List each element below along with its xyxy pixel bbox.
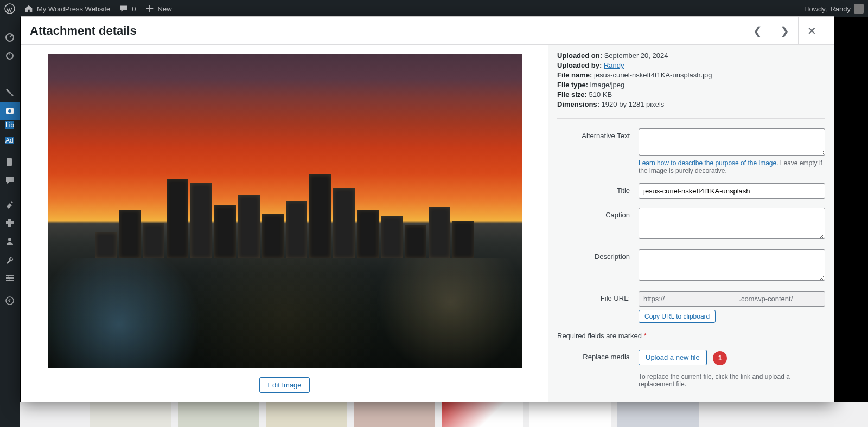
sidebar-item-tools[interactable] (0, 250, 20, 269)
dimensions-row: Dimensions: 1920 by 1281 pixels (557, 100, 825, 108)
howdy-prefix: Howdy, (804, 5, 827, 13)
svg-point-12 (9, 280, 10, 281)
alt-text-label: Alternative Text (557, 128, 639, 140)
replace-media-label: Replace media (557, 350, 639, 361)
sidebar-sub-add[interactable]: Ad (5, 137, 14, 144)
admin-bar: My WordPress Website 0 New Howdy, Randy (0, 0, 868, 17)
attachment-details-modal: Attachment details ❮ ❯ ✕ (21, 16, 834, 402)
annotation-badge: 1 (713, 351, 727, 365)
close-modal-button[interactable]: ✕ (798, 17, 825, 44)
alt-text-input[interactable] (639, 128, 825, 156)
svg-point-11 (11, 277, 12, 279)
media-thumb (617, 402, 699, 427)
svg-point-4 (8, 109, 11, 113)
svg-rect-5 (7, 158, 12, 166)
sidebar-item-media[interactable] (0, 102, 20, 120)
media-preview-pane: Edit Image (21, 45, 548, 402)
media-thumb (266, 402, 347, 427)
svg-point-13 (6, 297, 14, 305)
sidebar-item-posts[interactable] (0, 83, 20, 102)
uploaded-by-row: Uploaded by: Randy (557, 61, 825, 69)
new-label: New (158, 5, 172, 13)
description-input[interactable] (639, 249, 825, 281)
new-content-link[interactable]: New (145, 4, 172, 14)
sidebar-item-users[interactable] (0, 232, 20, 250)
user-name: Randy (830, 5, 851, 13)
chevron-right-icon: ❯ (780, 24, 789, 37)
fileurl-label: File URL: (557, 291, 639, 302)
title-label: Title (557, 183, 639, 195)
title-input[interactable] (639, 183, 825, 199)
svg-rect-7 (6, 275, 14, 276)
alt-text-help: Learn how to describe the purpose of the… (639, 159, 825, 174)
sidebar-item-settings[interactable] (0, 269, 20, 287)
media-thumb (442, 402, 523, 427)
site-name-link[interactable]: My WordPress Website (24, 4, 110, 14)
admin-sidebar: Lib Ad (0, 17, 20, 427)
fileurl-input[interactable] (639, 291, 825, 307)
sidebar-item-appearance[interactable] (0, 195, 20, 214)
sidebar-item-updates[interactable] (0, 47, 20, 65)
upload-new-file-button[interactable]: Upload a new file (639, 350, 707, 365)
attachment-details-sidebar: Uploaded on: September 20, 2024 Uploaded… (548, 45, 834, 402)
attachment-image-preview (48, 54, 522, 368)
svg-point-10 (8, 275, 9, 277)
sidebar-sub-library[interactable]: Lib (5, 121, 14, 129)
media-thumb (178, 402, 259, 427)
user-account-link[interactable]: Howdy, Randy (804, 4, 864, 14)
sidebar-item-collapse[interactable] (0, 292, 20, 310)
media-thumb (354, 402, 435, 427)
modal-title: Attachment details (30, 24, 137, 38)
comment-icon (119, 4, 129, 14)
caption-label: Caption (557, 208, 639, 219)
description-label: Description (557, 249, 639, 261)
comments-count: 0 (132, 5, 136, 13)
prev-attachment-button[interactable]: ❮ (744, 17, 771, 44)
filename-row: File name: jesus-curiel-nskeft4t1KA-unsp… (557, 71, 825, 79)
filesize-row: File size: 510 KB (557, 90, 825, 99)
media-thumb (90, 402, 171, 427)
site-title: My WordPress Website (37, 5, 110, 13)
home-icon (24, 4, 34, 14)
required-fields-note: Required fields are marked * (557, 332, 825, 340)
close-icon: ✕ (807, 24, 816, 37)
wp-logo-icon[interactable] (4, 3, 15, 14)
sidebar-item-pages[interactable] (0, 153, 20, 171)
media-thumb (529, 402, 611, 427)
edit-image-button[interactable]: Edit Image (259, 377, 309, 393)
next-attachment-button[interactable]: ❯ (771, 17, 798, 44)
uploaded-on-row: Uploaded on: September 20, 2024 (557, 51, 825, 60)
svg-point-0 (5, 4, 15, 14)
modal-header: Attachment details ❮ ❯ ✕ (21, 17, 834, 45)
plus-icon (145, 4, 155, 14)
media-grid-background (20, 402, 868, 427)
replace-media-help: To replace the current file, click the l… (639, 373, 825, 388)
svg-point-6 (8, 238, 11, 241)
sidebar-item-dashboard[interactable] (0, 28, 20, 47)
copy-url-button[interactable]: Copy URL to clipboard (639, 310, 716, 323)
caption-input[interactable] (639, 208, 825, 239)
sidebar-item-comments[interactable] (0, 171, 20, 190)
alt-text-help-link[interactable]: Learn how to describe the purpose of the… (639, 159, 776, 167)
avatar (854, 4, 864, 14)
sidebar-item-plugins[interactable] (0, 214, 20, 232)
comments-link[interactable]: 0 (119, 4, 136, 14)
svg-rect-8 (6, 277, 14, 279)
filetype-row: File type: image/jpeg (557, 81, 825, 89)
divider (557, 118, 825, 119)
uploaded-by-link[interactable]: Randy (604, 61, 624, 69)
chevron-left-icon: ❮ (753, 24, 762, 37)
